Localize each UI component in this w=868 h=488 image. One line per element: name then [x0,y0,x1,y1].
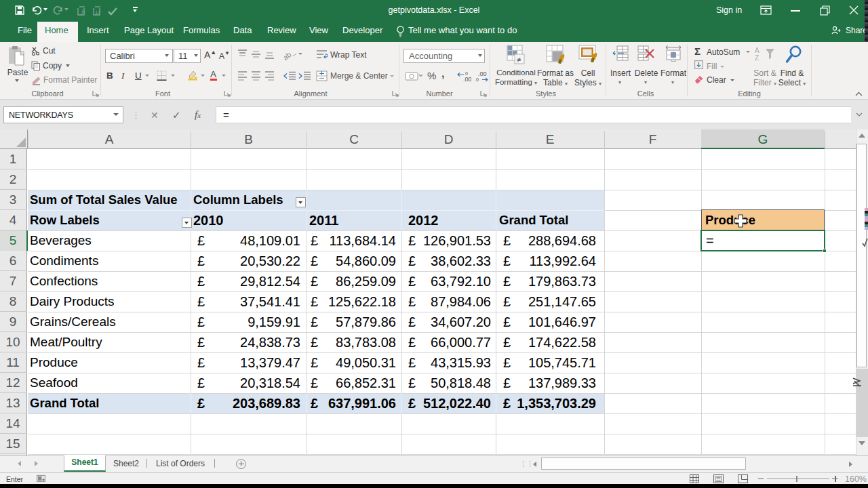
svg-text:ab: ab [284,50,293,60]
svg-text:Z: Z [755,54,759,62]
svg-text:.0: .0 [475,77,479,82]
svg-text:≠: ≠ [517,56,521,64]
svg-text:0: 0 [465,71,468,76]
svg-text:.00: .00 [478,70,487,77]
svg-text:A: A [755,47,760,54]
svg-text:.00: .00 [463,76,471,82]
